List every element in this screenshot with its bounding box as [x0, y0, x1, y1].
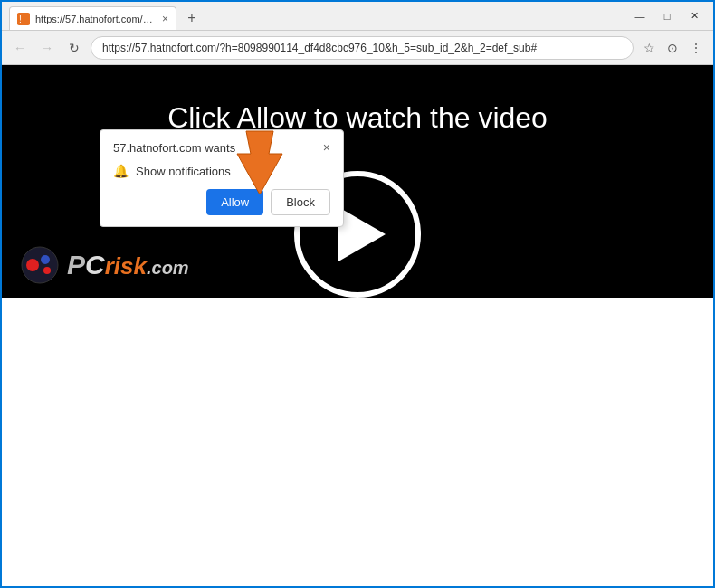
menu-icon[interactable]: ⋮ [686, 38, 706, 58]
account-icon[interactable]: ⊙ [663, 38, 682, 58]
svg-text:!: ! [19, 14, 22, 24]
address-bar: ← → ↻ ☆ ⊙ ⋮ [2, 31, 713, 65]
watermark-text: PCrisk.com [67, 250, 189, 280]
new-tab-button[interactable]: + [180, 6, 204, 30]
tab-area: ! https://57.hatnofort.com/?h=809 × + [9, 2, 628, 30]
forward-button[interactable]: → [36, 37, 58, 59]
svg-point-6 [26, 259, 39, 271]
bookmark-icon[interactable]: ☆ [639, 38, 659, 58]
popup-header: 57.hatnofort.com wants × [113, 141, 330, 155]
window-controls: — □ ✕ [628, 8, 706, 24]
pcrisk-logo-icon [20, 245, 60, 285]
popup-notification-item: 🔔 Show notifications [113, 164, 330, 178]
active-tab[interactable]: ! https://57.hatnofort.com/?h=809 × [9, 6, 176, 30]
notification-popup-overlay: 57.hatnofort.com wants × 🔔 Show notifica… [100, 129, 344, 227]
block-button[interactable]: Block [271, 189, 330, 215]
close-button[interactable]: ✕ [682, 8, 706, 24]
svg-point-8 [43, 267, 51, 274]
refresh-button[interactable]: ↻ [63, 37, 85, 59]
browser-window: ! https://57.hatnofort.com/?h=809 × + — … [0, 0, 715, 588]
popup-buttons: Allow Block [113, 189, 330, 215]
watermark: PCrisk.com [20, 245, 189, 285]
back-button[interactable]: ← [9, 37, 31, 59]
svg-point-7 [41, 255, 50, 264]
notification-popup: 57.hatnofort.com wants × 🔔 Show notifica… [100, 129, 344, 227]
maximize-button[interactable]: □ [655, 8, 679, 24]
tab-title: https://57.hatnofort.com/?h=809 [35, 14, 153, 24]
tab-close-button[interactable]: × [162, 13, 168, 25]
title-bar: ! https://57.hatnofort.com/?h=809 × + — … [2, 2, 713, 31]
tab-favicon: ! [17, 13, 30, 25]
popup-title: 57.hatnofort.com wants [113, 141, 235, 155]
address-icons: ☆ ⊙ ⋮ [639, 38, 706, 58]
play-triangle-icon [338, 207, 386, 261]
popup-notification-label: Show notifications [136, 165, 231, 178]
bell-icon: 🔔 [113, 164, 129, 178]
minimize-button[interactable]: — [628, 8, 652, 24]
address-input[interactable] [91, 36, 634, 60]
popup-close-button[interactable]: × [323, 141, 330, 154]
allow-button[interactable]: Allow [206, 189, 263, 215]
